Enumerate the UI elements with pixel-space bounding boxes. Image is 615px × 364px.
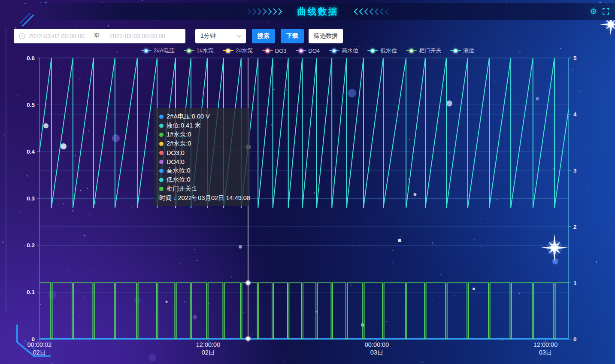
x-axis-label: 12:00:00 <box>533 341 557 348</box>
crosshair-point <box>246 281 250 285</box>
y-axis-right-label: 0 <box>573 336 577 343</box>
y-axis-right-label: 1 <box>573 280 577 286</box>
x-axis-label: 12:00:00 <box>196 341 220 348</box>
y-axis-left-label: 0.5 <box>27 102 35 108</box>
x-axis-label-day: 03日 <box>539 349 552 356</box>
y-axis-right-label: 3 <box>573 167 577 174</box>
dashboard: 曲线数据 ⚙ <box>0 0 615 364</box>
x-axis-label-day: 03日 <box>370 349 384 356</box>
crosshair-point <box>246 337 250 341</box>
y-axis-left-label: 0.3 <box>27 195 35 202</box>
series-line <box>39 283 569 339</box>
y-axis-right-label: 4 <box>573 111 577 118</box>
crosshair-point <box>246 145 250 149</box>
y-axis-left-label: 0.1 <box>27 289 35 295</box>
x-axis-label-day: 02日 <box>202 349 215 356</box>
y-axis-left-label: 0.4 <box>27 149 35 155</box>
x-axis-label: 00:00:02 <box>27 341 52 348</box>
series-line <box>39 58 569 208</box>
x-axis-label-day: 02日 <box>33 349 46 356</box>
y-axis-left-label: 0.6 <box>27 55 35 61</box>
y-axis-left-label: 0.2 <box>27 242 35 249</box>
x-axis-label: 00:00:00 <box>365 341 389 348</box>
y-axis-right-label: 5 <box>573 55 577 61</box>
y-axis-right-label: 2 <box>573 224 577 230</box>
chart-canvas: 00.10.20.30.40.50.601234500:00:0202日12:0… <box>0 0 615 364</box>
